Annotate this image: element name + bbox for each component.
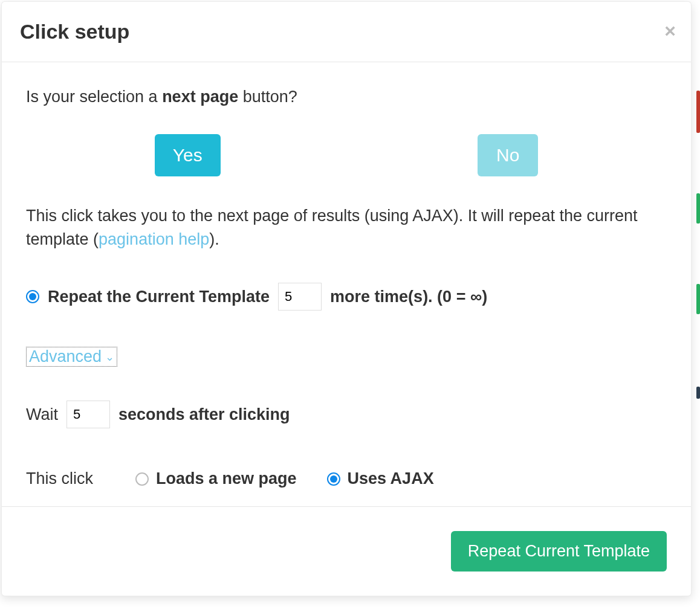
pagination-help-link[interactable]: pagination help bbox=[99, 230, 209, 248]
modal-header: Click setup × bbox=[2, 2, 691, 62]
description-text: This click takes you to the next page of… bbox=[26, 204, 667, 251]
repeat-template-radio[interactable] bbox=[26, 290, 39, 303]
wait-seconds-input[interactable] bbox=[66, 401, 110, 428]
close-button[interactable]: × bbox=[664, 21, 676, 40]
wait-label: Wait bbox=[26, 405, 58, 424]
selection-question: Is your selection a next page button? bbox=[26, 88, 667, 106]
chevron-down-icon: ⌄ bbox=[105, 350, 114, 364]
loads-new-page-label: Loads a new page bbox=[156, 469, 297, 488]
uses-ajax-option: Uses AJAX bbox=[327, 469, 434, 488]
question-text-suffix: button? bbox=[238, 88, 297, 106]
modal-title: Click setup bbox=[20, 20, 673, 43]
question-text-prefix: Is your selection a bbox=[26, 88, 162, 106]
advanced-toggle[interactable]: Advanced ⌄ bbox=[26, 347, 117, 367]
background-stripes bbox=[694, 0, 700, 615]
yes-no-row: Yes No bbox=[26, 134, 667, 176]
modal-body: Is your selection a next page button? Ye… bbox=[2, 62, 691, 506]
close-icon: × bbox=[664, 20, 676, 42]
wait-suffix: seconds after clicking bbox=[118, 405, 290, 424]
repeat-template-row: Repeat the Current Template more time(s)… bbox=[26, 283, 667, 311]
loads-new-page-radio[interactable] bbox=[135, 472, 149, 486]
repeat-template-label: Repeat the Current Template bbox=[48, 288, 270, 306]
loads-new-page-option: Loads a new page bbox=[135, 469, 297, 488]
question-text-bold: next page bbox=[162, 88, 238, 106]
click-mode-row: This click Loads a new page Uses AJAX bbox=[26, 469, 667, 488]
uses-ajax-radio[interactable] bbox=[327, 472, 340, 486]
repeat-current-template-button[interactable]: Repeat Current Template bbox=[451, 531, 667, 572]
wait-row: Wait seconds after clicking bbox=[26, 401, 667, 428]
no-button[interactable]: No bbox=[478, 134, 538, 176]
repeat-count-input[interactable] bbox=[278, 283, 322, 311]
uses-ajax-label: Uses AJAX bbox=[348, 469, 434, 488]
stripe-green-2 bbox=[696, 284, 700, 314]
repeat-template-suffix: more time(s). (0 = ∞) bbox=[330, 288, 487, 306]
description-part2: ). bbox=[209, 230, 219, 248]
stripe-green bbox=[696, 193, 700, 224]
advanced-label: Advanced bbox=[29, 347, 102, 366]
yes-button[interactable]: Yes bbox=[155, 134, 221, 176]
modal-footer: Repeat Current Template bbox=[2, 506, 691, 596]
stripe-red bbox=[696, 91, 700, 133]
stripe-dark bbox=[696, 387, 700, 399]
click-mode-label: This click bbox=[26, 469, 93, 488]
click-setup-modal: Click setup × Is your selection a next p… bbox=[1, 1, 692, 596]
